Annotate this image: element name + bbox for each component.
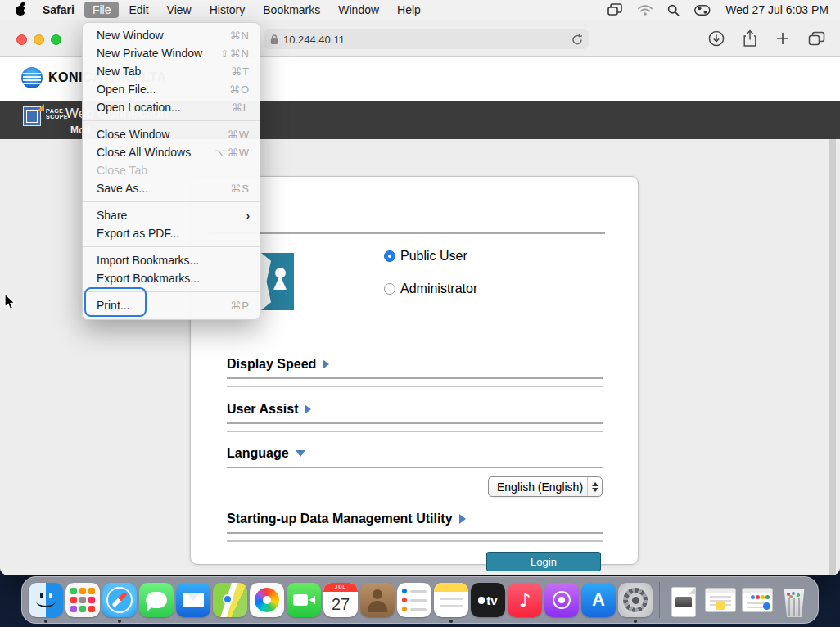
share-icon[interactable] <box>743 29 757 47</box>
menu-item-save-as[interactable]: Save As...⌘S <box>83 179 260 197</box>
menu-item-open-file[interactable]: Open File...⌘O <box>83 80 260 98</box>
wifi-icon[interactable] <box>638 5 653 16</box>
file-menu: New Window⌘N New Private Window⇧⌘N New T… <box>82 22 260 320</box>
dock: JUL 27 tv ♪ A <box>21 576 819 624</box>
menubar-item-edit[interactable]: Edit <box>120 2 156 18</box>
dock-photos-icon[interactable] <box>250 576 284 624</box>
minimize-window-button[interactable] <box>34 34 44 45</box>
menubar-item-bookmarks[interactable]: Bookmarks <box>255 2 328 18</box>
section-language: Language <box>227 446 603 468</box>
menubar-item-help[interactable]: Help <box>389 2 429 18</box>
language-select-value: English (English) <box>497 480 583 494</box>
dock-calendar-icon[interactable]: JUL 27 <box>323 576 358 624</box>
menubar-clock[interactable]: Wed 27 Jul 6:03 PM <box>725 3 829 16</box>
dock-safari-icon[interactable] <box>102 576 137 624</box>
dock-music-icon[interactable]: ♪ <box>508 576 542 624</box>
menu-item-import-bookmarks[interactable]: Import Bookmarks... <box>83 251 260 269</box>
disclosure-right-icon <box>459 514 466 524</box>
dock-contacts-icon[interactable] <box>360 576 395 624</box>
radio-administrator-label: Administrator <box>400 282 477 296</box>
radio-administrator-control[interactable] <box>384 283 395 295</box>
close-window-button[interactable] <box>16 34 27 45</box>
menubar: Safari File Edit View History Bookmarks … <box>0 0 840 20</box>
menubar-item-file[interactable]: File <box>84 2 120 18</box>
dock-tv-icon[interactable]: tv <box>471 576 505 624</box>
login-keyhole-icon <box>261 253 294 310</box>
disclosure-right-icon <box>305 404 311 414</box>
dock-notes-icon[interactable] <box>434 576 468 624</box>
menu-item-share[interactable]: Share› <box>83 206 260 224</box>
dock-appstore-icon[interactable]: A <box>581 576 616 624</box>
user-assist-header[interactable]: User Assist <box>227 402 603 417</box>
menu-separator <box>83 246 260 247</box>
tab-overview-icon[interactable] <box>808 31 825 46</box>
menu-item-close-tab: Close Tab <box>83 161 260 179</box>
zoom-window-button[interactable] <box>51 34 61 45</box>
apple-menu-icon[interactable] <box>15 3 26 16</box>
dock-mail-icon[interactable] <box>176 576 210 624</box>
section-startup-utility: Starting-up Data Management Utility <box>227 512 603 542</box>
dock-launchpad-icon[interactable] <box>65 576 100 624</box>
menu-item-close-window[interactable]: Close Window⌘W <box>83 125 260 143</box>
dock-settings-icon[interactable] <box>618 576 653 624</box>
user-type-radios: Public User Administrator <box>384 249 477 296</box>
radio-public-user[interactable]: Public User <box>384 249 477 264</box>
menu-item-export-as-pdf[interactable]: Export as PDF... <box>83 224 260 242</box>
konica-globe-icon <box>21 67 43 88</box>
language-select[interactable]: English (English) <box>488 476 603 497</box>
section-user-assist: User Assist <box>227 402 603 432</box>
menubar-item-safari[interactable]: Safari <box>34 2 83 18</box>
display-speed-header[interactable]: Display Speed <box>227 357 603 372</box>
screen-mirroring-icon[interactable] <box>607 3 623 16</box>
spotlight-search-icon[interactable] <box>667 4 680 16</box>
menubar-item-view[interactable]: View <box>159 2 200 18</box>
disclosure-right-icon <box>323 359 329 369</box>
menu-item-export-bookmarks[interactable]: Export Bookmarks... <box>83 269 260 287</box>
dock-podcasts-icon[interactable] <box>544 576 579 624</box>
radio-administrator[interactable]: Administrator <box>384 282 477 296</box>
radio-public-user-label: Public User <box>400 249 467 264</box>
page-scrollbar[interactable] <box>829 139 836 575</box>
startup-utility-header[interactable]: Starting-up Data Management Utility <box>227 512 603 526</box>
menu-separator <box>83 291 260 292</box>
dock-maps-icon[interactable] <box>213 576 247 624</box>
address-bar[interactable]: 10.244.40.11 <box>264 29 589 49</box>
menu-item-new-private-window[interactable]: New Private Window⇧⌘N <box>83 44 260 62</box>
menu-item-new-tab[interactable]: New Tab⌘T <box>83 62 260 80</box>
section-display-speed: Display Speed <box>227 357 603 387</box>
pagescope-wordmark: PAGE SCOPE <box>46 108 68 120</box>
dock-finder-icon[interactable] <box>29 576 63 624</box>
dock-trash-icon[interactable] <box>777 576 811 624</box>
reload-icon[interactable] <box>571 34 583 46</box>
menu-item-print[interactable]: Print...⌘P <box>83 296 260 314</box>
menu-item-open-location[interactable]: Open Location...⌘L <box>83 98 260 116</box>
lock-icon <box>270 34 278 45</box>
dock-document-icon[interactable] <box>666 576 701 624</box>
language-header[interactable]: Language <box>227 446 603 461</box>
menubar-item-history[interactable]: History <box>201 2 254 18</box>
dock-separator <box>659 582 660 618</box>
downloads-icon[interactable] <box>708 30 725 47</box>
mouse-cursor <box>4 293 16 311</box>
submenu-chevron-icon: › <box>246 210 250 222</box>
login-button[interactable]: Login <box>486 552 601 571</box>
menubar-item-window[interactable]: Window <box>330 2 387 18</box>
dock-minimized-window-icon[interactable] <box>740 576 775 624</box>
new-tab-icon[interactable] <box>775 31 790 46</box>
dock-minimized-window-icon[interactable] <box>703 576 738 624</box>
radio-public-user-control[interactable] <box>384 250 395 262</box>
card-divider <box>209 232 605 234</box>
disclosure-down-icon <box>296 450 305 457</box>
pagescope-icon <box>23 106 41 126</box>
dock-messages-icon[interactable] <box>139 576 174 624</box>
menu-separator <box>83 201 260 202</box>
menu-item-new-window[interactable]: New Window⌘N <box>83 26 260 44</box>
control-center-icon[interactable] <box>694 5 711 16</box>
url-text: 10.244.40.11 <box>283 34 345 46</box>
dock-facetime-icon[interactable] <box>287 576 321 624</box>
dock-reminders-icon[interactable] <box>397 576 431 624</box>
menu-separator <box>83 120 260 121</box>
select-stepper-icon <box>587 477 602 496</box>
menu-item-close-all-windows[interactable]: Close All Windows⌥⌘W <box>83 143 260 161</box>
